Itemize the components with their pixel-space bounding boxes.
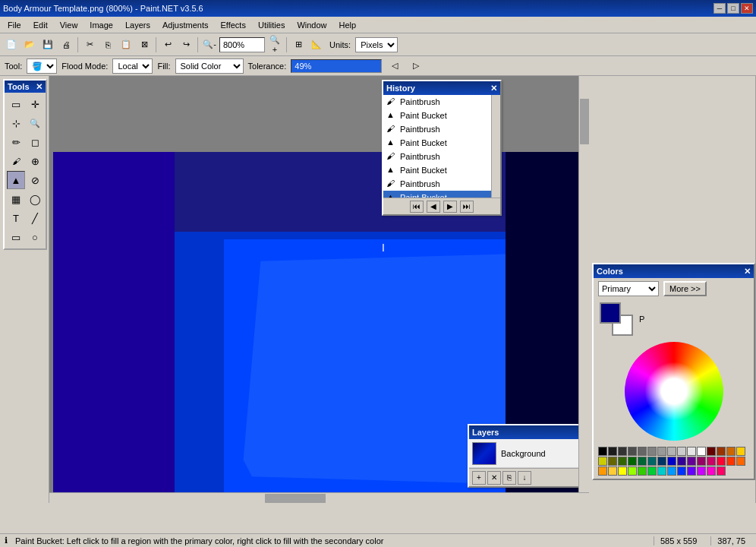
- palette-swatch[interactable]: [717, 457, 726, 466]
- palette-swatch[interactable]: [677, 447, 686, 456]
- palette-swatch[interactable]: [638, 457, 647, 466]
- ellipse-tool[interactable]: ○: [26, 228, 44, 246]
- palette-swatch[interactable]: [697, 466, 706, 476]
- palette-swatch[interactable]: [657, 447, 666, 456]
- lasso-tool[interactable]: ⊹: [7, 114, 25, 132]
- layer-add-button[interactable]: +: [472, 471, 486, 485]
- history-prev-button[interactable]: ◀: [427, 201, 440, 213]
- palette-swatch[interactable]: [667, 457, 676, 466]
- save-button[interactable]: 💾: [39, 36, 56, 53]
- fill-dropdown[interactable]: Solid Color: [175, 58, 244, 74]
- history-close-icon[interactable]: ✕: [490, 84, 497, 93]
- palette-swatch[interactable]: [618, 447, 627, 456]
- history-item[interactable]: 🖌 Paintbrush: [383, 177, 500, 191]
- tool-dropdown[interactable]: 🪣: [27, 58, 57, 74]
- minimize-button[interactable]: ─: [713, 3, 726, 14]
- palette-swatch[interactable]: [697, 447, 706, 456]
- cut-button[interactable]: ✂: [81, 36, 98, 53]
- primary-dropdown[interactable]: Primary: [598, 281, 659, 296]
- copy-button[interactable]: ⎘: [99, 36, 116, 53]
- palette-swatch[interactable]: [677, 466, 686, 476]
- palette-swatch[interactable]: [677, 457, 686, 466]
- palette-swatch[interactable]: [598, 447, 607, 456]
- shapes-tool[interactable]: ◯: [26, 190, 44, 208]
- menu-edit[interactable]: Edit: [27, 19, 54, 31]
- menu-image[interactable]: Image: [83, 19, 119, 31]
- palette-swatch[interactable]: [598, 466, 607, 476]
- rulers-button[interactable]: 📐: [308, 36, 325, 53]
- foreground-color-swatch[interactable]: [600, 302, 621, 324]
- palette-swatch[interactable]: [647, 466, 657, 476]
- menu-help[interactable]: Help: [333, 19, 363, 31]
- palette-swatch[interactable]: [598, 457, 607, 466]
- rect2-tool[interactable]: ▭: [7, 228, 25, 246]
- palette-swatch[interactable]: [618, 466, 627, 476]
- palette-swatch[interactable]: [667, 447, 676, 456]
- eraser-tool[interactable]: ◻: [26, 133, 44, 151]
- history-item[interactable]: ▲ Paint Bucket: [383, 109, 500, 122]
- paste-button[interactable]: 📋: [118, 36, 134, 53]
- tolerance-increase[interactable]: ▷: [408, 58, 424, 74]
- palette-swatch[interactable]: [618, 457, 627, 466]
- history-item[interactable]: 🖌 Paintbrush: [383, 122, 500, 136]
- undo-button[interactable]: ↩: [159, 36, 176, 53]
- canvas-vscroll[interactable]: [578, 76, 589, 492]
- close-button[interactable]: ✕: [741, 3, 753, 14]
- history-next-button[interactable]: ▶: [443, 201, 457, 213]
- zoom-tool[interactable]: 🔍: [26, 114, 44, 132]
- palette-swatch[interactable]: [628, 457, 637, 466]
- select-rect-tool[interactable]: ▭: [7, 95, 25, 113]
- color-pick-tool[interactable]: ⊘: [26, 171, 44, 189]
- layer-duplicate-button[interactable]: ⎘: [502, 471, 516, 485]
- history-item[interactable]: ▲ Paint Bucket: [383, 163, 500, 177]
- zoom-out-button[interactable]: 🔍-: [201, 36, 218, 53]
- menu-window[interactable]: Window: [291, 19, 332, 31]
- more-colors-button[interactable]: More >>: [663, 281, 707, 296]
- palette-swatch[interactable]: [657, 466, 666, 476]
- palette-swatch[interactable]: [687, 447, 696, 456]
- palette-swatch[interactable]: [707, 457, 716, 466]
- menu-adjustments[interactable]: Adjustments: [156, 19, 215, 31]
- palette-swatch[interactable]: [717, 447, 726, 456]
- layer-delete-button[interactable]: ✕: [487, 471, 501, 485]
- new-button[interactable]: 📄: [3, 36, 20, 53]
- history-item-selected[interactable]: ▲ Paint Bucket: [383, 191, 500, 198]
- palette-swatch[interactable]: [717, 466, 726, 476]
- menu-layers[interactable]: Layers: [119, 19, 156, 31]
- flood-mode-dropdown[interactable]: Local: [112, 58, 153, 74]
- units-dropdown[interactable]: Pixels: [355, 37, 398, 52]
- palette-swatch[interactable]: [628, 447, 637, 456]
- colors-close-icon[interactable]: ✕: [744, 267, 751, 277]
- fill-tool[interactable]: ▲: [7, 171, 25, 189]
- palette-swatch[interactable]: [657, 457, 666, 466]
- palette-swatch[interactable]: [707, 447, 716, 456]
- history-item[interactable]: 🖌 Paintbrush: [383, 150, 500, 163]
- print-button[interactable]: 🖨: [58, 36, 74, 53]
- menu-utilities[interactable]: Utilities: [252, 19, 291, 31]
- history-last-button[interactable]: ⏭: [460, 201, 474, 213]
- menu-file[interactable]: File: [2, 19, 27, 31]
- layer-item[interactable]: Background: [469, 439, 584, 468]
- clone-tool[interactable]: ⊕: [26, 152, 44, 170]
- canvas-area[interactable]: I History ✕ 🖌 Paintbrush ▲ Paint Bucket: [49, 76, 589, 503]
- palette-swatch[interactable]: [697, 457, 706, 466]
- palette-swatch[interactable]: [726, 457, 736, 466]
- palette-swatch[interactable]: [707, 466, 716, 476]
- palette-swatch[interactable]: [647, 457, 657, 466]
- palette-swatch[interactable]: [736, 447, 745, 456]
- maximize-button[interactable]: □: [727, 3, 739, 14]
- palette-swatch[interactable]: [726, 447, 736, 456]
- tolerance-bar[interactable]: 49%: [291, 59, 382, 73]
- deselect-button[interactable]: ⊠: [136, 36, 153, 53]
- history-first-button[interactable]: ⏮: [410, 201, 424, 213]
- palette-swatch[interactable]: [608, 457, 617, 466]
- move-tool[interactable]: ✛: [26, 95, 44, 113]
- history-item[interactable]: 🖌 Paintbrush: [383, 95, 500, 109]
- menu-effects[interactable]: Effects: [215, 19, 252, 31]
- palette-swatch[interactable]: [647, 447, 657, 456]
- palette-swatch[interactable]: [638, 466, 647, 476]
- zoom-in-button[interactable]: 🔍+: [266, 36, 283, 53]
- history-item[interactable]: ▲ Paint Bucket: [383, 136, 500, 150]
- grid-button[interactable]: ⊞: [290, 36, 307, 53]
- palette-swatch[interactable]: [667, 466, 676, 476]
